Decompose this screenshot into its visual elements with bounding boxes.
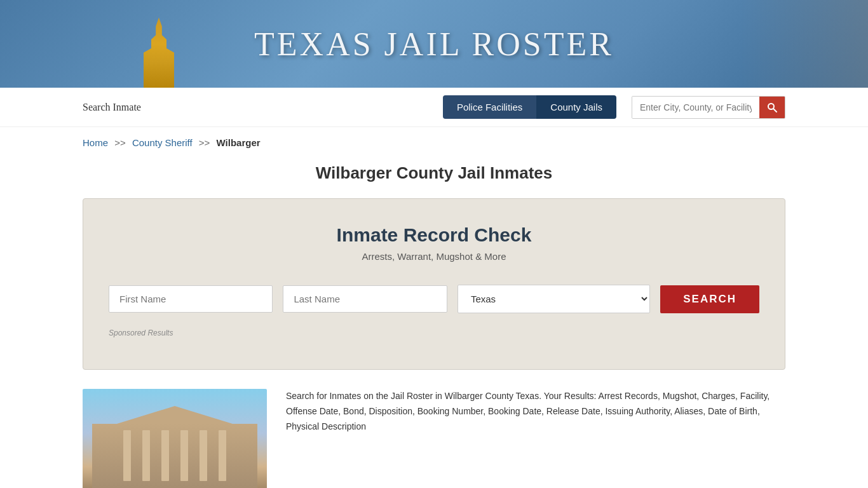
breadcrumb-home[interactable]: Home xyxy=(83,137,108,148)
bottom-section: Search for Inmates on the Jail Roster in… xyxy=(0,389,868,488)
search-icon xyxy=(767,102,777,112)
first-name-input[interactable] xyxy=(109,285,273,313)
breadcrumb: Home >> County Sheriff >> Wilbarger xyxy=(0,127,868,153)
search-form: AlabamaAlaskaArizonaArkansasCaliforniaCo… xyxy=(109,285,759,313)
column-6 xyxy=(219,430,226,481)
building-columns xyxy=(123,430,226,481)
nav-search-button[interactable] xyxy=(759,97,785,118)
column-5 xyxy=(200,430,207,481)
header-banner: Texas Jail Roster xyxy=(0,0,868,88)
search-button[interactable]: SEARCH xyxy=(660,285,759,313)
breadcrumb-current: Wilbarger xyxy=(217,137,261,148)
column-3 xyxy=(161,430,169,481)
nav-search-box xyxy=(632,96,785,119)
building-image xyxy=(83,389,267,488)
police-facilities-button[interactable]: Police Facilities xyxy=(443,95,536,119)
column-2 xyxy=(142,430,150,481)
state-select[interactable]: AlabamaAlaskaArizonaArkansasCaliforniaCo… xyxy=(458,285,650,313)
sponsored-label: Sponsored Results xyxy=(109,329,759,337)
description-text: Search for Inmates on the Jail Roster in… xyxy=(286,389,785,488)
nav-search-input[interactable] xyxy=(632,97,759,118)
nav-buttons: Police Facilities County Jails xyxy=(443,95,616,119)
capitol-decoration xyxy=(83,0,235,88)
column-1 xyxy=(123,430,131,481)
keys-decoration xyxy=(741,0,868,88)
search-card-title: Inmate Record Check xyxy=(109,224,759,246)
breadcrumb-separator-1: >> xyxy=(114,137,126,148)
search-card-subtitle: Arrests, Warrant, Mugshot & More xyxy=(109,251,759,262)
site-title: Texas Jail Roster xyxy=(254,25,614,63)
search-card: Inmate Record Check Arrests, Warrant, Mu… xyxy=(83,198,785,370)
page-title: Wilbarger County Jail Inmates xyxy=(0,153,868,198)
breadcrumb-separator-2: >> xyxy=(199,137,210,148)
column-4 xyxy=(180,430,188,481)
nav-search-label: Search Inmate xyxy=(83,102,430,113)
nav-bar: Search Inmate Police Facilities County J… xyxy=(0,88,868,127)
svg-line-1 xyxy=(773,109,776,112)
breadcrumb-county-sheriff[interactable]: County Sheriff xyxy=(132,137,193,148)
last-name-input[interactable] xyxy=(283,285,447,313)
county-jails-button[interactable]: County Jails xyxy=(536,95,616,119)
